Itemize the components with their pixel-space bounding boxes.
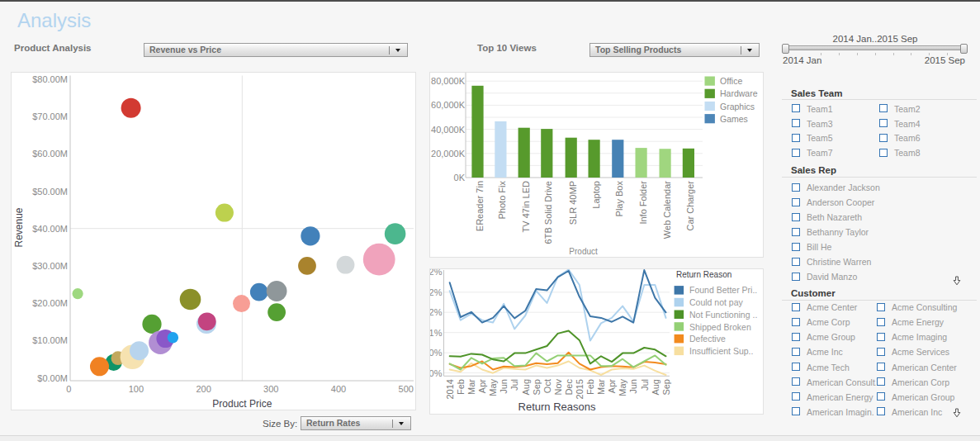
svg-text:80,000K: 80,000K — [431, 76, 466, 86]
svg-text:Games: Games — [720, 114, 748, 124]
svg-text:2%: 2% — [430, 307, 443, 317]
svg-text:Found Better Pri..: Found Better Pri.. — [689, 285, 757, 295]
svg-text:Graphics: Graphics — [720, 102, 755, 111]
svg-text:$80.00M: $80.00M — [32, 74, 68, 84]
svg-text:Info Folder: Info Folder — [638, 181, 648, 225]
svg-text:Play Box: Play Box — [614, 181, 624, 217]
svg-text:300: 300 — [263, 384, 278, 394]
svg-text:2015: 2015 — [575, 379, 585, 399]
svg-text:$50.00M: $50.00M — [32, 187, 68, 197]
svg-text:Sep: Sep — [661, 379, 671, 396]
svg-text:Office: Office — [720, 76, 742, 86]
svg-text:Aug: Aug — [651, 379, 660, 396]
svg-text:2%: 2% — [430, 269, 443, 277]
svg-text:$0.00M: $0.00M — [37, 373, 68, 383]
svg-text:Apr: Apr — [477, 379, 487, 393]
svg-text:TV 47in LED: TV 47in LED — [521, 181, 531, 232]
svg-text:Shipped Broken: Shipped Broken — [689, 322, 751, 332]
svg-text:Apr: Apr — [607, 379, 617, 393]
svg-text:60,000K: 60,000K — [431, 100, 466, 110]
svg-text:Product Price: Product Price — [212, 398, 272, 410]
svg-text:200: 200 — [196, 384, 211, 394]
svg-text:Feb: Feb — [585, 379, 595, 395]
svg-text:Mar: Mar — [596, 379, 606, 395]
svg-text:Defective: Defective — [689, 334, 726, 344]
svg-text:Jul: Jul — [509, 379, 519, 391]
svg-text:Return Reasons: Return Reasons — [518, 401, 596, 413]
svg-text:$10.00M: $10.00M — [32, 335, 68, 345]
svg-text:100: 100 — [129, 384, 144, 394]
svg-text:0%: 0% — [430, 348, 443, 358]
svg-text:May: May — [618, 379, 627, 396]
svg-text:Aug: Aug — [521, 379, 531, 396]
svg-text:Not Functioning ..: Not Functioning .. — [689, 310, 757, 320]
svg-text:Photo Fix: Photo Fix — [497, 181, 507, 220]
svg-text:Web Calendar: Web Calendar — [662, 181, 672, 239]
svg-text:400: 400 — [331, 384, 346, 394]
svg-text:Revenue: Revenue — [13, 207, 25, 247]
svg-text:Laptop: Laptop — [591, 181, 601, 209]
svg-text:Return Reason: Return Reason — [676, 270, 731, 279]
svg-text:500: 500 — [399, 384, 414, 394]
svg-text:20,000K: 20,000K — [431, 149, 466, 159]
svg-text:Hardware: Hardware — [720, 88, 758, 98]
svg-text:Feb: Feb — [456, 379, 466, 395]
svg-text:2014: 2014 — [445, 379, 455, 399]
svg-text:Could not pay: Could not pay — [689, 297, 744, 307]
svg-text:$60.00M: $60.00M — [32, 149, 68, 159]
svg-text:40,000K: 40,000K — [431, 125, 466, 135]
svg-text:EReader 7in: EReader 7in — [475, 181, 485, 231]
svg-text:SLR 40MP: SLR 40MP — [568, 181, 578, 225]
svg-text:Jul: Jul — [640, 379, 650, 391]
svg-text:0: 0 — [66, 384, 71, 394]
svg-text:6TB Solid Drive: 6TB Solid Drive — [543, 181, 553, 244]
svg-text:Insufficient Sup..: Insufficient Sup.. — [689, 346, 753, 356]
svg-text:Nov: Nov — [553, 379, 563, 396]
svg-text:Product: Product — [569, 247, 598, 256]
svg-text:Dec: Dec — [564, 379, 574, 396]
svg-text:Car Charger: Car Charger — [685, 181, 695, 231]
svg-text:0%: 0% — [430, 368, 443, 378]
svg-text:May: May — [488, 379, 498, 396]
svg-text:1%: 1% — [430, 328, 443, 338]
svg-text:$40.00M: $40.00M — [32, 224, 68, 234]
svg-text:2%: 2% — [430, 287, 443, 297]
svg-text:Sep: Sep — [532, 379, 542, 396]
svg-text:$30.00M: $30.00M — [32, 261, 68, 271]
svg-text:$20.00M: $20.00M — [32, 298, 68, 308]
svg-text:$70.00M: $70.00M — [32, 111, 68, 121]
svg-text:Jun: Jun — [499, 379, 509, 394]
svg-text:0K: 0K — [454, 173, 466, 183]
svg-text:Mar: Mar — [466, 379, 476, 395]
svg-text:Jun: Jun — [628, 379, 638, 394]
svg-text:Oct: Oct — [542, 379, 552, 393]
